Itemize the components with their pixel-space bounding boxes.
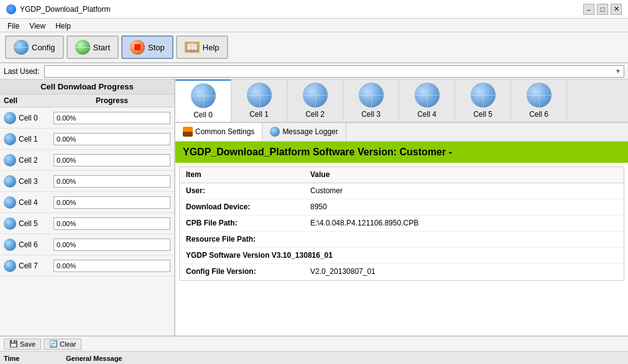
cell-globe-4: [4, 196, 16, 209]
window-title: YGDP_Download_Platform: [20, 5, 110, 14]
cell-globe-0: [4, 112, 16, 124]
sub-tabs: Common Settings Message Logger: [175, 123, 628, 142]
stop-button[interactable]: Stop: [121, 35, 173, 59]
last-used-combo[interactable]: ▼: [44, 65, 624, 78]
cell-tab-label-5: Cell 5: [473, 110, 492, 119]
title-bar: YGDP_Download_Platform – □ ✕: [0, 0, 628, 19]
info-row-5: Config File Version: V2.0_20130807_01: [180, 264, 624, 280]
cell-tab-globe-6: [527, 83, 552, 107]
cell-tab-label-1: Cell 1: [249, 110, 269, 119]
help-label: Help: [203, 43, 219, 52]
content-area: YGDP_Download_Platform Software Version:…: [175, 142, 628, 335]
menu-view[interactable]: View: [24, 20, 50, 30]
title-bar-controls: – □ ✕: [583, 4, 622, 15]
cell-tab-globe-3: [359, 83, 384, 107]
cell-name-2: Cell 2: [4, 154, 53, 166]
log-toolbar: 💾 Save 🔄 Clear: [0, 337, 628, 352]
right-panel: Cell 0 Cell 1 Cell 2 Cell 3 Cell 4 Cell …: [175, 80, 628, 335]
cell-tab-globe-2: [303, 83, 328, 107]
cell-rows: Cell 0 0.00% Cell 1 0.00% Cell 2 0.00% C…: [0, 107, 174, 335]
save-button[interactable]: 💾 Save: [4, 339, 41, 350]
save-icon: 💾: [9, 340, 18, 348]
cell-progress-1: 0.00%: [53, 133, 170, 145]
sub-tab-common-settings-label: Common Settings: [195, 127, 254, 136]
sub-tab-message-logger[interactable]: Message Logger: [262, 123, 346, 141]
cell-globe-5: [4, 217, 16, 230]
config-icon: [14, 40, 29, 55]
config-button[interactable]: Config: [5, 35, 64, 59]
help-button[interactable]: 📖 Help: [176, 35, 228, 59]
info-fullrow-3: Resource File Path:: [180, 232, 624, 247]
left-panel: Cell Donwload Progress Cell Progress Cel…: [0, 80, 175, 335]
start-button[interactable]: Start: [67, 35, 119, 59]
info-label-0: User:: [180, 183, 304, 199]
cell-tab-label-2: Cell 2: [305, 110, 325, 119]
close-button[interactable]: ✕: [611, 4, 622, 15]
bottom-bar: 💾 Save 🔄 Clear Time General Message: [0, 335, 628, 364]
cell-tab-4[interactable]: Cell 4: [399, 80, 455, 122]
last-used-label: Last Used:: [4, 67, 39, 76]
menu-bar: File View Help: [0, 19, 628, 32]
cell-tab-label-4: Cell 4: [417, 110, 436, 119]
stop-label: Stop: [148, 43, 165, 52]
cell-row: Cell 3 0.00%: [0, 171, 174, 192]
cell-tab-1[interactable]: Cell 1: [231, 80, 287, 122]
cell-globe-2: [4, 154, 16, 166]
cell-tab-label-0: Cell 0: [193, 111, 213, 119]
cell-tab-globe-5: [471, 83, 496, 107]
start-icon: [75, 40, 90, 55]
help-icon: 📖: [185, 42, 200, 53]
bar-chart-icon: [183, 127, 193, 137]
minimize-button[interactable]: –: [583, 4, 594, 15]
start-label: Start: [93, 43, 110, 52]
cell-name-5: Cell 5: [4, 217, 53, 230]
info-row-4: YGDP Software Version V3.10_130816_01: [180, 248, 624, 264]
stop-icon: [130, 40, 145, 55]
cell-tab-globe-4: [415, 83, 440, 107]
info-value-0: Customer: [304, 183, 349, 199]
cell-globe-3: [4, 175, 16, 188]
info-value-1: 8950: [304, 199, 333, 215]
info-row-2: CPB File Path: E:\4.0.048.P4.121106.8950…: [180, 216, 624, 232]
cell-tab-6[interactable]: Cell 6: [511, 80, 567, 122]
cell-row: Cell 0 0.00%: [0, 107, 174, 129]
info-value-5: V2.0_20130807_01: [304, 264, 382, 280]
app-icon: [6, 4, 16, 14]
cell-row: Cell 7 0.00%: [0, 255, 174, 276]
cell-row: Cell 5 0.00%: [0, 213, 174, 234]
info-row-0: User: Customer: [180, 183, 624, 199]
menu-help[interactable]: Help: [50, 20, 76, 30]
maximize-button[interactable]: □: [597, 4, 608, 15]
col-cell-header: Cell: [4, 96, 53, 105]
info-section: Item Value User: Customer Download Devic…: [179, 166, 624, 281]
main-content: Cell Donwload Progress Cell Progress Cel…: [0, 80, 628, 335]
cell-panel-title: Cell Donwload Progress: [0, 80, 174, 94]
info-header-row: Item Value: [180, 167, 624, 183]
clear-icon: 🔄: [49, 340, 58, 348]
cell-progress-5: 0.00%: [53, 217, 170, 230]
info-row-1: Download Device: 8950: [180, 199, 624, 216]
cell-tab-3[interactable]: Cell 3: [343, 80, 399, 122]
info-label-5: Config File Version:: [180, 264, 304, 280]
log-table-header: Time General Message: [0, 352, 628, 364]
cell-tab-0[interactable]: Cell 0: [175, 80, 231, 122]
col-progress-header: Progress: [53, 96, 170, 105]
cell-name-1: Cell 1: [4, 133, 53, 145]
cell-progress-7: 0.00%: [53, 260, 170, 272]
cell-tab-5[interactable]: Cell 5: [455, 80, 511, 122]
info-value-2: E:\4.0.048.P4.121106.8950.CPB: [304, 216, 425, 231]
sub-tab-common-settings[interactable]: Common Settings: [175, 123, 262, 141]
cell-globe-6: [4, 239, 16, 251]
cell-tab-2[interactable]: Cell 2: [287, 80, 343, 122]
cell-row: Cell 6 0.00%: [0, 234, 174, 255]
cell-table-header: Cell Progress: [0, 94, 174, 107]
last-used-row: Last Used: ▼: [0, 63, 628, 80]
cell-row: Cell 2 0.00%: [0, 150, 174, 171]
clear-button[interactable]: 🔄 Clear: [44, 339, 81, 350]
info-rows: User: Customer Download Device: 8950 CPB…: [180, 183, 624, 280]
clear-label: Clear: [60, 340, 76, 348]
menu-file[interactable]: File: [2, 20, 24, 30]
sub-tab-message-logger-label: Message Logger: [282, 127, 338, 136]
version-banner: YGDP_Download_Platform Software Version:…: [175, 142, 628, 163]
cell-progress-4: 0.00%: [53, 196, 170, 209]
